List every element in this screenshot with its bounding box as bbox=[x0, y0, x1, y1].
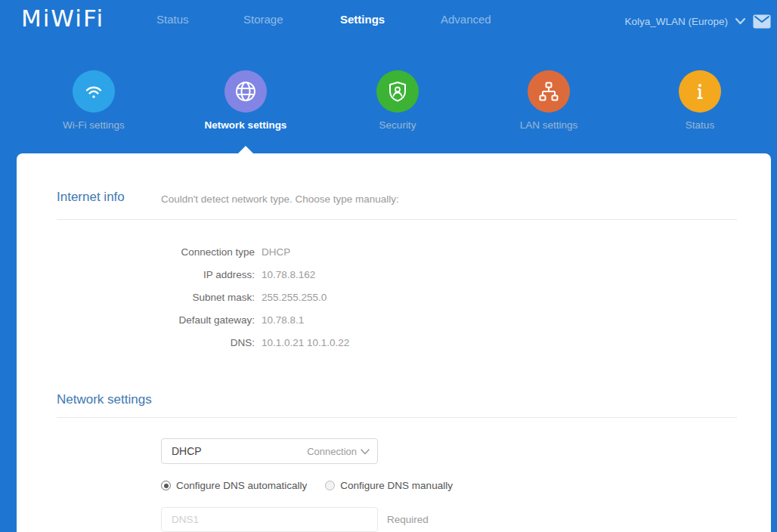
select-label: Connection bbox=[307, 446, 357, 457]
field-value: 10.1.0.21 10.1.0.22 bbox=[255, 332, 349, 354]
chevron-down-icon bbox=[361, 449, 370, 455]
info-row-subnet-mask: Subnet mask: 255.255.255.0 bbox=[17, 286, 546, 309]
info-row-default-gateway: Default gateway: 10.78.8.1 bbox=[17, 309, 546, 332]
divider bbox=[57, 219, 737, 220]
nav-settings[interactable]: Settings bbox=[340, 13, 385, 26]
globe-icon bbox=[224, 70, 267, 113]
info-row-ip-address: IP address: 10.78.8.162 bbox=[17, 264, 546, 286]
top-nav-bar: MiWiFi Status Storage Settings Advanced … bbox=[0, 0, 777, 42]
radio-icon bbox=[161, 481, 171, 490]
radio-label: Configure DNS manually bbox=[335, 480, 453, 491]
dns-mode-radio-group: Configure DNS automatically Configure DN… bbox=[161, 480, 453, 491]
internet-info-subtitle: Couldn't detect network type. Choose typ… bbox=[161, 193, 399, 205]
field-value: 10.78.8.162 bbox=[255, 264, 315, 286]
network-settings-title: Network settings bbox=[57, 392, 152, 407]
required-hint: Required bbox=[387, 514, 429, 525]
lan-icon bbox=[528, 70, 570, 113]
info-row-connection-type: Connection type DHCP bbox=[17, 241, 546, 264]
nav-status[interactable]: Status bbox=[156, 13, 189, 26]
info-icon bbox=[679, 70, 721, 113]
field-label: DNS: bbox=[17, 332, 255, 354]
tab-label: Wi-Fi settings bbox=[18, 119, 169, 131]
tab-label: Network settings bbox=[170, 119, 321, 131]
wifi-icon bbox=[73, 70, 115, 113]
tab-label: Status bbox=[624, 119, 775, 131]
nav-storage[interactable]: Storage bbox=[243, 13, 283, 26]
nav-advanced[interactable]: Advanced bbox=[441, 13, 491, 26]
connection-type-select[interactable]: DHCP Connection bbox=[161, 438, 378, 464]
chevron-down-icon[interactable] bbox=[735, 18, 745, 25]
field-label: Connection type bbox=[17, 241, 255, 264]
info-row-dns: DNS: 10.1.0.21 10.1.0.22 bbox=[17, 332, 546, 354]
shield-icon bbox=[376, 70, 419, 113]
tab-network-settings[interactable]: Network settings bbox=[170, 70, 321, 131]
radio-label: Configure DNS automatically bbox=[171, 480, 307, 491]
divider bbox=[57, 417, 737, 418]
miwifi-logo: MiWiFi bbox=[21, 5, 104, 32]
radio-dns-manual[interactable]: Configure DNS manually bbox=[325, 480, 453, 491]
internet-info-title: Internet info bbox=[57, 190, 125, 205]
mail-icon[interactable] bbox=[753, 14, 771, 29]
panel-notch bbox=[238, 146, 253, 153]
router-name-dropdown[interactable]: Kolya_WLAN (Europe) bbox=[624, 16, 728, 27]
field-label: Subnet mask: bbox=[17, 286, 255, 309]
internet-info-fields: Connection type DHCP IP address: 10.78.8… bbox=[17, 241, 546, 354]
tab-label: Security bbox=[322, 119, 473, 131]
select-value: DHCP bbox=[162, 445, 307, 457]
tab-status[interactable]: Status bbox=[624, 70, 775, 131]
settings-panel: Internet info Couldn't detect network ty… bbox=[17, 153, 771, 532]
field-label: Default gateway: bbox=[17, 309, 255, 332]
field-value: 255.255.255.0 bbox=[255, 286, 327, 309]
tab-security[interactable]: Security bbox=[322, 70, 473, 131]
field-value: 10.78.8.1 bbox=[255, 309, 304, 332]
tab-lan-settings[interactable]: LAN settings bbox=[473, 70, 624, 131]
field-label: IP address: bbox=[17, 264, 255, 286]
tab-label: LAN settings bbox=[473, 119, 624, 131]
radio-icon bbox=[325, 481, 335, 490]
dns1-input[interactable] bbox=[161, 507, 378, 532]
tab-wifi-settings[interactable]: Wi-Fi settings bbox=[18, 70, 169, 131]
field-value: DHCP bbox=[255, 241, 290, 264]
radio-dns-automatic[interactable]: Configure DNS automatically bbox=[161, 480, 307, 491]
top-right-cluster: Kolya_WLAN (Europe) bbox=[624, 0, 771, 42]
